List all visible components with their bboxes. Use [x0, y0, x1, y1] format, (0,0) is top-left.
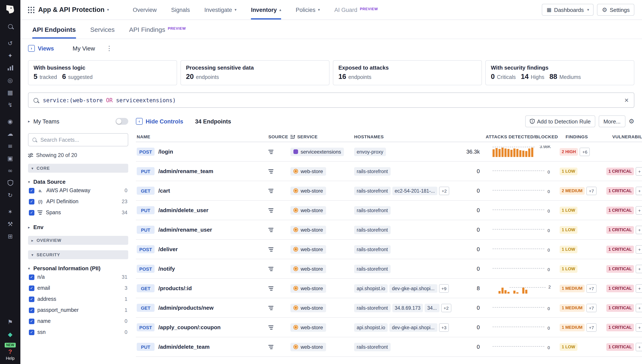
hostname-chip[interactable]: 34...: [425, 304, 439, 312]
clear-query-icon[interactable]: ✕: [624, 97, 629, 103]
vulnerability-badge[interactable]: 1 CRITICAL: [606, 324, 634, 331]
ai-sparkles-icon[interactable]: ✦: [0, 49, 20, 62]
checkbox[interactable]: ✓: [29, 285, 34, 291]
finding-severity-badge[interactable]: 1 LOW: [560, 265, 577, 272]
search-icon[interactable]: [0, 20, 20, 33]
table-row[interactable]: PUT /admin/rename_user web-store rails-s…: [136, 220, 642, 240]
more-findings-badge[interactable]: +7: [586, 284, 596, 292]
more-vulnerabilities-badge[interactable]: +: [636, 342, 642, 351]
checkbox[interactable]: ✓: [29, 188, 34, 193]
checkbox[interactable]: ✓: [29, 307, 34, 313]
card-exposed-to-attacks[interactable]: Exposed to attacks 16 endpoints: [333, 60, 482, 85]
endpoint-path[interactable]: /cart: [158, 188, 170, 194]
checkbox[interactable]: ✓: [29, 330, 34, 335]
apm-icon[interactable]: ↯: [0, 98, 20, 111]
current-view-tab[interactable]: My View: [73, 45, 95, 52]
apps-grid-icon[interactable]: ⊞: [0, 230, 20, 242]
checkbox[interactable]: ✓: [29, 318, 34, 324]
dashboards-icon[interactable]: ▦: [0, 86, 20, 98]
hostname-chip[interactable]: ec2-54-201-181-...: [392, 186, 437, 195]
checkbox[interactable]: ✓: [29, 210, 34, 215]
hostname-chip[interactable]: envoy-proxy: [354, 148, 386, 156]
table-row[interactable]: POST /apply_coupon/:coupon web-store api…: [136, 318, 642, 337]
more-vulnerabilities-badge[interactable]: +: [636, 323, 642, 332]
my-teams-row[interactable]: ▸ My Teams: [28, 115, 128, 128]
finding-severity-badge[interactable]: 2 HIGH: [560, 148, 578, 156]
service-chip[interactable]: web-store: [290, 342, 326, 351]
metrics-icon[interactable]: [0, 62, 20, 74]
hostname-chip[interactable]: rails-storefront: [354, 342, 390, 351]
service-chip[interactable]: serviceextensions: [290, 148, 344, 156]
more-findings-badge[interactable]: +7: [586, 304, 596, 312]
header-service[interactable]: SERVICE: [290, 134, 354, 139]
hostname-chip[interactable]: rails-storefront: [354, 206, 390, 214]
endpoint-path[interactable]: /apply_coupon/:coupon: [158, 324, 221, 330]
card-business-logic[interactable]: With business logic 5 tracked 6 suggeste…: [28, 60, 177, 85]
nav-inventory[interactable]: Inventory▴: [251, 0, 281, 20]
vulnerability-badge[interactable]: 1 CRITICAL: [606, 246, 634, 253]
endpoint-path[interactable]: /admin/delete_team: [158, 344, 210, 350]
vulnerability-badge[interactable]: 1 CRITICAL: [606, 343, 634, 351]
hostname-chip[interactable]: 34.8.69.173: [392, 304, 423, 312]
more-findings-badge[interactable]: +7: [586, 323, 596, 332]
more-hostnames-badge[interactable]: +2: [439, 186, 449, 195]
nav-policies[interactable]: Policies▾: [296, 0, 320, 20]
endpoint-path[interactable]: /admin/rename_team: [158, 168, 213, 174]
checkbox[interactable]: ✓: [29, 274, 34, 280]
service-chip[interactable]: web-store: [290, 264, 326, 273]
monitors-icon[interactable]: ◎: [0, 74, 20, 86]
service-chip[interactable]: web-store: [290, 226, 326, 234]
ci-pipelines-icon[interactable]: ↻: [0, 189, 20, 201]
more-findings-badge[interactable]: +7: [586, 186, 596, 195]
hostname-chip[interactable]: dev-gke-api.shopi...: [389, 284, 437, 292]
header-source[interactable]: SOURCE: [262, 134, 290, 139]
table-row[interactable]: PUT /admin/delete_team web-store rails-s…: [136, 337, 642, 357]
facet-section-core[interactable]: ▾ CORE: [28, 164, 128, 173]
nav-signals[interactable]: Signals: [171, 0, 190, 20]
service-chip[interactable]: web-store: [290, 284, 326, 292]
finding-severity-badge[interactable]: 1 MEDIUM: [560, 304, 585, 312]
finding-severity-badge[interactable]: 1 LOW: [560, 206, 577, 214]
hostname-chip[interactable]: dev-gke-api.shopi...: [389, 323, 437, 332]
header-name[interactable]: NAME: [136, 134, 262, 139]
nav-investigate[interactable]: Investigate▾: [204, 0, 236, 20]
finding-severity-badge[interactable]: 1 MEDIUM: [560, 324, 585, 331]
service-chip[interactable]: web-store: [290, 323, 326, 332]
finding-severity-badge[interactable]: 1 MEDIUM: [560, 284, 585, 292]
facet-section-overview[interactable]: ▸ OVERVIEW: [28, 236, 128, 245]
finding-severity-badge[interactable]: 1 LOW: [560, 246, 577, 253]
cloud-icon[interactable]: ☁: [0, 127, 20, 140]
service-chip[interactable]: web-store: [290, 245, 326, 254]
more-vulnerabilities-badge[interactable]: +: [636, 206, 642, 214]
facet-pii-name[interactable]: ✓ name 0: [28, 316, 128, 327]
app-switcher-icon[interactable]: [28, 6, 34, 13]
more-vulnerabilities-badge[interactable]: +: [636, 304, 642, 312]
facet-aws-api-gateway[interactable]: ✓ a. AWS API Gateway 0: [28, 185, 128, 196]
more-vulnerabilities-badge[interactable]: +: [636, 167, 642, 176]
hide-controls-button[interactable]: ‹ Hide Controls: [136, 118, 183, 125]
card-security-findings[interactable]: With security findings 0 Criticals 14 Hi…: [485, 60, 634, 85]
header-vulnerabilities[interactable]: VULNERABILITIES: [612, 134, 642, 139]
finding-severity-badge[interactable]: 1 LOW: [560, 167, 577, 175]
vulnerability-badge[interactable]: 1 CRITICAL: [606, 284, 634, 292]
table-row[interactable]: GET /products/:id web-store api.shopist.…: [136, 279, 642, 298]
table-row[interactable]: PUT /admin/delete_user web-store rails-s…: [136, 201, 642, 220]
table-row[interactable]: GET /cart web-store rails-storefront ec2…: [136, 181, 642, 201]
facet-pii-email[interactable]: ✓ email 3: [28, 282, 128, 294]
vulnerability-badge[interactable]: 1 CRITICAL: [606, 265, 634, 272]
vulnerability-badge[interactable]: 1 CRITICAL: [606, 304, 634, 312]
endpoint-path[interactable]: /admin/products/new: [158, 304, 214, 311]
checkbox[interactable]: ✓: [29, 199, 34, 204]
service-chip[interactable]: web-store: [290, 206, 326, 214]
more-vulnerabilities-badge[interactable]: +: [636, 284, 642, 292]
facet-pii-na[interactable]: ✓ n/a 31: [28, 272, 128, 282]
tab-api-findings[interactable]: API FindingsPREVIEW: [129, 20, 186, 38]
error-tracking-icon[interactable]: ✶: [0, 205, 20, 218]
header-findings[interactable]: FINDINGS: [564, 134, 612, 139]
nav-ai-guard[interactable]: AI GuardPREVIEW: [334, 0, 378, 20]
finding-severity-badge[interactable]: 1 LOW: [560, 226, 577, 234]
hostname-chip[interactable]: rails-storefront: [354, 167, 390, 176]
endpoint-path[interactable]: /admin/delete_user: [158, 207, 208, 214]
table-row[interactable]: GET /admin/products/new web-store rails-…: [136, 298, 642, 318]
table-row[interactable]: PUT /admin/rename_team web-store rails-s…: [136, 162, 642, 181]
